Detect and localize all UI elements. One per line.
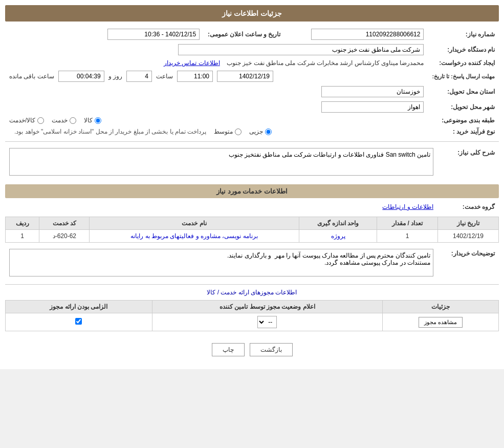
print-button[interactable]: چاپ: [212, 343, 245, 356]
date-input[interactable]: [217, 71, 273, 82]
table-row: مشاهده مجوز --: [6, 313, 499, 331]
buyer-org-input[interactable]: [178, 44, 424, 55]
required-checkbox[interactable]: [75, 318, 82, 325]
col-details: جزئیات: [382, 301, 498, 313]
divider-2: [5, 284, 499, 285]
response-deadline-label: مهلت ارسال پاسخ: تا تاریخ:: [428, 69, 499, 84]
services-table: تاریخ نیاز تعداد / مقدار واحد اندازه گیر…: [5, 217, 499, 243]
category-label: طبقه بندی موضوعی:: [428, 115, 499, 126]
permits-table: جزئیات اعلام وضعیت مجوز توسط تامین کننده…: [5, 300, 499, 331]
col-quantity: تعداد / مقدار: [377, 217, 438, 230]
days-input[interactable]: [126, 71, 152, 82]
category-kala-khidmat[interactable]: کالا/خدمت: [9, 117, 44, 124]
cell-status[interactable]: --: [152, 313, 382, 331]
province-input[interactable]: [321, 86, 424, 97]
cell-required[interactable]: [6, 313, 152, 331]
page-title: جزئیات اطلاعات نیاز: [222, 9, 282, 17]
purchase-type-label: نوع فرآیند خرید :: [428, 126, 499, 137]
rooz-label: روز و: [108, 73, 122, 80]
province-label: استان محل تحویل:: [428, 84, 499, 99]
cell-row-number: 1: [6, 230, 39, 243]
purchase-type-jozyi[interactable]: جزیی: [249, 128, 272, 135]
footer-buttons: بازگشت چاپ: [5, 335, 499, 364]
col-service-code: کد خدمت: [39, 217, 90, 230]
need-description-label: شرح کلی نیاز:: [437, 146, 499, 179]
services-section-title: اطلاعات خدمات مورد نیاز: [5, 184, 499, 198]
cell-service-name: برنامه نویسی، مشاوره و فعالیتهای مربوط ب…: [90, 230, 299, 243]
service-group-table: گروه خدمت: اطلاعات و ارتباطات: [5, 201, 499, 212]
need-description-table: شرح کلی نیاز: تامین San switch فناوری اط…: [5, 146, 499, 179]
time-input[interactable]: [177, 71, 213, 82]
table-row: 1402/12/19 1 پروژه برنامه نویسی، مشاوره …: [6, 230, 499, 243]
service-group-label: گروه خدمت:: [437, 201, 499, 212]
service-group-link[interactable]: اطلاعات و ارتباطات: [382, 203, 433, 210]
buyer-org-label: نام دستگاه خریدار:: [428, 42, 499, 57]
creator-label: ایجاد کننده درخواست:: [428, 57, 499, 69]
remaining-label: ساعت باقی مانده: [9, 73, 54, 80]
col-status-announcement: اعلام وضعیت مجوز توسط تامین کننده: [152, 301, 382, 313]
col-date: تاریخ نیاز: [438, 217, 499, 230]
contact-link[interactable]: اطلاعات تماس خریدار: [164, 59, 220, 67]
city-input[interactable]: [321, 101, 424, 113]
cell-details[interactable]: مشاهده مجوز: [382, 313, 498, 331]
need-description-textarea[interactable]: تامین San switch فناوری اطلاعات و ارتباط…: [9, 148, 433, 176]
buyer-notes-label: توضیحات خریدار:: [437, 247, 499, 280]
col-required: الزامی بودن ارائه مجوز: [6, 301, 152, 313]
back-button[interactable]: بازگشت: [250, 343, 293, 356]
cell-quantity: 1: [377, 230, 438, 243]
cell-date: 1402/12/19: [438, 230, 499, 243]
permits-section-title: اطلاعات مجوزهای ارائه خدمت / کالا: [5, 289, 499, 296]
announce-date-input[interactable]: [107, 29, 200, 40]
buyer-notes-textarea[interactable]: تامین کنندگان محترم پس از مطالعه مدارک پ…: [9, 249, 433, 276]
cell-service-code: 620-62-د: [39, 230, 90, 243]
announce-date-label: تاریخ و ساعت اعلان عمومی:: [204, 27, 284, 42]
cell-unit: پروژه: [299, 230, 377, 243]
buyer-notes-table: توضیحات خریدار: تامین کنندگان محترم پس ا…: [5, 247, 499, 280]
purchase-type-motavaset[interactable]: متوسط: [214, 128, 242, 135]
col-service-name: نام خدمت: [90, 217, 299, 230]
need-number-label: شماره نیاز:: [428, 27, 499, 42]
divider-1: [5, 141, 499, 142]
city-label: شهر محل تحویل:: [428, 99, 499, 115]
category-khidmat[interactable]: خدمت: [52, 117, 76, 124]
category-kala[interactable]: کالا: [84, 117, 101, 124]
need-number-input[interactable]: [311, 29, 424, 40]
saat-label: ساعت: [156, 73, 173, 80]
col-unit: واحد اندازه گیری: [299, 217, 377, 230]
creator-value: محمدرضا میناوی کارشناس ارشد مخابرات شرکت…: [227, 59, 424, 67]
view-permit-button[interactable]: مشاهده مجوز: [419, 317, 463, 328]
basic-info-table: شماره نیاز: تاریخ و ساعت اعلان عمومی: نا…: [5, 27, 499, 137]
status-select[interactable]: --: [257, 316, 277, 328]
col-row-number: ردیف: [6, 217, 39, 230]
purchase-type-note: پرداخت تمام یا بخشی از مبلغ خریدار از مح…: [14, 128, 206, 135]
remaining-time-input[interactable]: [58, 71, 104, 82]
page-header: جزئیات اطلاعات نیاز: [5, 5, 499, 22]
